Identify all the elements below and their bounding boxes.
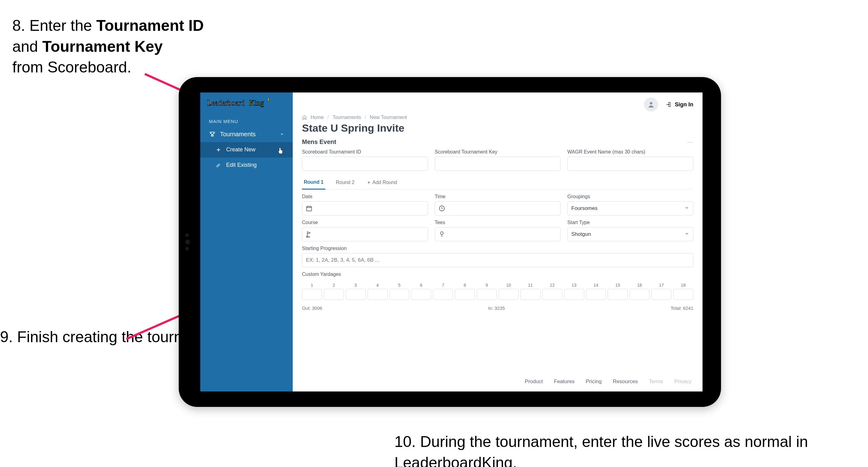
sign-in-button[interactable]: Sign In	[665, 101, 693, 108]
footer: Product Features Pricing Resources Terms…	[293, 372, 703, 391]
svg-point-8	[440, 232, 443, 235]
hole-5: 5	[390, 283, 409, 300]
yardage-grid: 123456789101112131415161718	[302, 283, 693, 300]
edit-icon	[215, 162, 222, 169]
chevron-down-icon	[685, 206, 689, 211]
hole-number: 3	[354, 283, 357, 288]
round-tabs: Round 1 Round 2 Add Round	[302, 176, 693, 189]
hole-12: 12	[542, 283, 562, 300]
yardage-input-13[interactable]	[564, 289, 584, 300]
sidebar: Leaderboard King MAIN MENU Tournaments	[200, 92, 293, 391]
yardage-input-15[interactable]	[608, 289, 628, 300]
hole-1: 1	[302, 283, 322, 300]
page-title: State U Spring Invite	[293, 120, 703, 137]
tees-input[interactable]	[435, 227, 561, 241]
tee-icon	[438, 231, 445, 238]
yardage-input-1[interactable]	[302, 289, 322, 300]
event-heading: Mens Event	[302, 138, 336, 145]
tab-add-round[interactable]: Add Round	[365, 177, 399, 189]
crumb-tournaments[interactable]: Tournaments	[333, 115, 361, 120]
hole-6: 6	[411, 283, 431, 300]
time-input[interactable]	[435, 201, 561, 215]
label-start-type: Start Type	[567, 220, 693, 225]
plus-icon	[215, 146, 222, 153]
flag-icon	[306, 231, 312, 238]
yardage-input-2[interactable]	[324, 289, 344, 300]
yardage-input-5[interactable]	[390, 289, 409, 300]
cursor-pointer-icon	[278, 147, 284, 154]
hole-number: 5	[398, 283, 401, 288]
yardage-input-12[interactable]	[542, 289, 562, 300]
yardage-input-4[interactable]	[368, 289, 388, 300]
sidebar-item-label: Tournaments	[220, 131, 256, 138]
yardage-input-3[interactable]	[346, 289, 366, 300]
footer-link-features[interactable]: Features	[554, 379, 575, 385]
event-more-icon[interactable]: ⋯	[687, 139, 693, 145]
groupings-select[interactable]	[567, 201, 693, 215]
avatar[interactable]	[644, 97, 658, 112]
yardage-input-7[interactable]	[433, 289, 453, 300]
label-time: Time	[435, 194, 561, 199]
sidebar-item-tournaments[interactable]: Tournaments	[200, 126, 293, 142]
plus-icon	[367, 181, 371, 184]
hole-9: 9	[477, 283, 497, 300]
label-starting-progression: Starting Progression	[302, 246, 693, 251]
sidebar-item-create-new[interactable]: Create New	[200, 142, 293, 157]
yardage-input-10[interactable]	[499, 289, 519, 300]
yardage-input-9[interactable]	[477, 289, 497, 300]
scoreboard-tournament-id-input[interactable]	[302, 156, 428, 171]
camera-dots	[185, 234, 190, 250]
sign-in-label: Sign In	[675, 101, 693, 108]
footer-link-resources[interactable]: Resources	[613, 379, 638, 385]
svg-point-4	[650, 102, 652, 105]
leaderboardking-logo: Leaderboard King	[207, 98, 278, 109]
hole-3: 3	[346, 283, 366, 300]
footer-link-pricing[interactable]: Pricing	[586, 379, 602, 385]
yardage-input-14[interactable]	[586, 289, 606, 300]
scoreboard-tournament-key-input[interactable]	[435, 156, 561, 171]
out-total: Out: 3006	[302, 305, 322, 311]
hole-17: 17	[651, 283, 672, 300]
footer-link-product[interactable]: Product	[525, 379, 543, 385]
yardage-input-8[interactable]	[455, 289, 475, 300]
hole-number: 12	[550, 283, 555, 288]
start-type-select[interactable]	[567, 227, 693, 241]
main-content: Sign In Home / Tournaments / New Tournam…	[293, 92, 703, 391]
logo: Leaderboard King	[200, 98, 293, 113]
wagr-event-name-input[interactable]	[567, 156, 693, 171]
tab-round1[interactable]: Round 1	[302, 176, 326, 189]
hole-8: 8	[455, 283, 475, 300]
label-date: Date	[302, 194, 428, 199]
starting-progression-input[interactable]	[302, 253, 693, 267]
footer-link-privacy[interactable]: Privacy	[674, 379, 691, 385]
tablet-frame: Leaderboard King MAIN MENU Tournaments	[179, 77, 721, 407]
grand-total: Total: 6241	[671, 305, 693, 311]
yardage-input-18[interactable]	[673, 289, 693, 300]
course-input[interactable]	[302, 227, 428, 241]
yardage-input-16[interactable]	[629, 289, 650, 300]
hole-number: 16	[637, 283, 642, 288]
hole-number: 8	[464, 283, 466, 288]
yardage-input-17[interactable]	[651, 289, 672, 300]
date-input[interactable]	[302, 201, 428, 215]
hole-number: 9	[486, 283, 488, 288]
tab-round2[interactable]: Round 2	[334, 177, 356, 189]
hole-18: 18	[673, 283, 693, 300]
hole-number: 11	[528, 283, 533, 288]
label-custom-yardages: Custom Yardages	[302, 271, 693, 277]
sidebar-item-edit-existing[interactable]: Edit Existing	[200, 157, 293, 173]
footer-link-terms[interactable]: Terms	[649, 379, 663, 385]
crumb-home[interactable]: Home	[311, 115, 324, 120]
yardage-input-11[interactable]	[521, 289, 540, 300]
step-10-caption: 10. During the tournament, enter the liv…	[394, 432, 868, 467]
yardage-input-6[interactable]	[411, 289, 431, 300]
hole-14: 14	[586, 283, 606, 300]
chevron-down-icon	[685, 232, 689, 237]
sidebar-item-label: Edit Existing	[226, 162, 257, 168]
topbar: Sign In	[293, 92, 703, 112]
clock-icon	[438, 205, 445, 212]
breadcrumb: Home / Tournaments / New Tournament	[293, 112, 703, 120]
home-icon	[302, 115, 307, 120]
hole-number: 17	[659, 283, 664, 288]
hole-7: 7	[433, 283, 453, 300]
